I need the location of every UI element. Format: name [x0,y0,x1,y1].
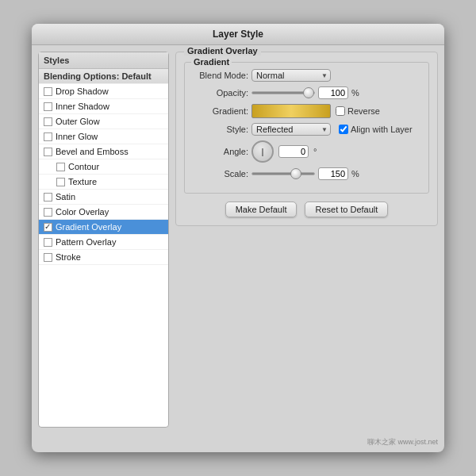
bevel-emboss-checkbox[interactable] [44,148,52,156]
drop-shadow-checkbox[interactable] [44,87,52,96]
contour-label: Contour [68,162,99,171]
blending-options-label: Blending Options: Default [44,71,152,81]
sidebar-item-pattern-overlay[interactable]: Pattern Overlay [39,235,168,250]
angle-degree: ° [313,147,317,156]
scale-percent: % [351,169,359,178]
scale-label: Scale: [193,169,248,178]
pattern-overlay-checkbox[interactable] [44,238,52,247]
color-overlay-label: Color Overlay [56,207,109,217]
gradient-inner-group-label: Gradient [191,57,232,67]
angle-controls: ° [251,140,317,163]
style-label: Style: [193,125,248,134]
gradient-label: Gradient: [193,106,248,116]
pattern-overlay-label: Pattern Overlay [56,237,116,247]
sidebar-item-outer-glow[interactable]: Outer Glow [39,114,168,129]
stroke-label: Stroke [56,252,81,262]
left-panel: Styles Blending Options: Default Drop Sh… [38,52,169,428]
inner-shadow-checkbox[interactable] [44,102,52,111]
scale-slider-wrapper: % [251,167,359,180]
style-select[interactable]: Linear Radial Angle Reflected Diamond [251,123,331,136]
opacity-slider-wrapper: % [251,86,359,99]
inner-glow-label: Inner Glow [56,132,98,141]
scale-slider[interactable] [251,172,315,175]
sidebar-item-satin[interactable]: Satin [39,190,168,205]
blend-mode-row: Blend Mode: Normal Multiply Screen Overl… [193,69,420,82]
style-row: Style: Linear Radial Angle Reflected Dia… [193,123,420,136]
align-layer-checkbox[interactable] [339,125,348,134]
sidebar-item-color-overlay[interactable]: Color Overlay [39,205,168,220]
gradient-preview[interactable] [251,104,331,118]
dialog-title: Layer Style [32,24,444,45]
reverse-checkbox[interactable] [336,106,345,116]
scale-row: Scale: % [193,167,420,180]
gradient-overlay-label: Gradient Overlay [56,222,121,232]
gradient-overlay-group-label: Gradient Overlay [184,46,261,56]
sidebar-item-stroke[interactable]: Stroke [39,250,168,265]
make-default-button[interactable]: Make Default [225,202,298,217]
contour-checkbox[interactable] [56,163,65,171]
gradient-overlay-checkbox[interactable] [44,223,52,232]
blend-mode-select-wrapper[interactable]: Normal Multiply Screen Overlay [251,69,331,82]
sidebar-item-blending-options[interactable]: Blending Options: Default [39,69,168,84]
gradient-controls: Reverse [251,104,380,118]
bevel-emboss-label: Bevel and Emboss [56,147,129,156]
angle-dial[interactable] [251,140,274,163]
sidebar-item-bevel-emboss[interactable]: Bevel and Emboss [39,144,168,159]
blend-mode-select[interactable]: Normal Multiply Screen Overlay [251,69,331,82]
inner-glow-checkbox[interactable] [44,132,52,141]
angle-input[interactable] [278,145,309,158]
satin-checkbox[interactable] [44,193,52,202]
layer-style-dialog: Layer Style Styles Blending Options: Def… [32,24,444,452]
gradient-row: Gradient: Reverse [193,104,420,118]
opacity-slider[interactable] [251,91,315,94]
angle-label: Angle: [193,147,248,156]
opacity-percent: % [351,88,359,98]
align-layer-label[interactable]: Align with Layer [339,125,413,134]
outer-glow-checkbox[interactable] [44,117,52,126]
opacity-row: Opacity: % [193,86,420,99]
sidebar-item-inner-glow[interactable]: Inner Glow [39,129,168,144]
stroke-checkbox[interactable] [44,253,52,262]
texture-label: Texture [68,177,97,186]
watermark: 聊木之家 www.jost.net [32,434,444,452]
dialog-body: Styles Blending Options: Default Drop Sh… [32,45,444,434]
opacity-label: Opacity: [193,88,248,98]
button-row: Make Default Reset to Default [184,202,429,217]
outer-glow-label: Outer Glow [56,117,100,126]
texture-checkbox[interactable] [56,178,65,186]
inner-shadow-label: Inner Shadow [56,102,109,111]
sidebar-item-gradient-overlay[interactable]: Gradient Overlay [39,220,168,235]
scale-input[interactable] [318,167,348,180]
sidebar-item-texture[interactable]: Texture [39,175,168,190]
styles-header: Styles [39,52,168,69]
right-panel: Gradient Overlay Gradient Blend Mode: No… [175,52,438,428]
opacity-input[interactable] [318,86,348,99]
style-select-wrapper[interactable]: Linear Radial Angle Reflected Diamond [251,123,331,136]
sidebar-item-drop-shadow[interactable]: Drop Shadow [39,84,168,99]
sidebar-item-contour[interactable]: Contour [39,159,168,175]
reset-default-button[interactable]: Reset to Default [305,202,388,217]
satin-label: Satin [56,192,75,202]
gradient-inner-group: Gradient Blend Mode: Normal Multiply Scr… [184,62,429,194]
drop-shadow-label: Drop Shadow [56,86,109,96]
blend-mode-label: Blend Mode: [193,71,248,80]
sidebar-item-inner-shadow[interactable]: Inner Shadow [39,99,168,114]
gradient-overlay-group: Gradient Overlay Gradient Blend Mode: No… [175,52,438,226]
color-overlay-checkbox[interactable] [44,208,52,217]
reverse-label[interactable]: Reverse [336,106,380,116]
angle-row: Angle: ° [193,140,420,163]
